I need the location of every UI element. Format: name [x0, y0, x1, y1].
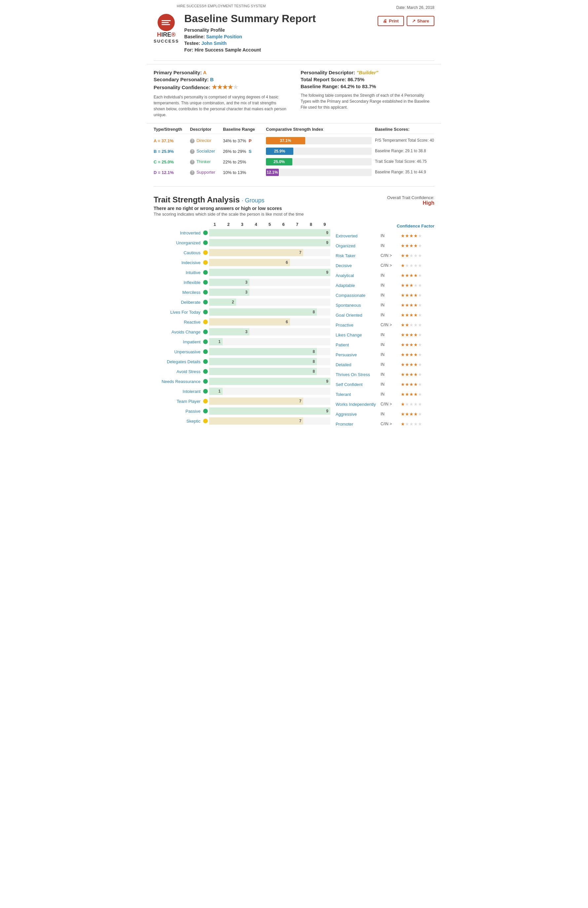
trait-dot-19: [203, 419, 208, 423]
trait-bar-area-8: 8: [209, 308, 330, 316]
trait-row-right-19: PromoterC/IN >★★★★★: [336, 419, 434, 428]
trait-bar-area-19: 7: [209, 417, 330, 425]
trait-bar-fill-8: 8: [209, 308, 317, 316]
trait-stars-5: ★★★★★: [401, 283, 422, 288]
trait-row-right-12: PersuasiveIN★★★★★: [336, 350, 434, 359]
share-icon: ↗: [412, 18, 416, 23]
trait-row-left-15: Needs Reassurance9: [154, 377, 330, 386]
baseline-range-line: Baseline Range: 64.2% to 83.7%: [301, 84, 434, 89]
trait-bar-area-15: 9: [209, 378, 330, 385]
groups-link[interactable]: · Groups: [242, 197, 264, 204]
trait-ci-15: IN: [380, 382, 399, 386]
trait-ci-17: C/IN >: [380, 402, 399, 406]
trait-rows-left: Introverted9Unorganized9Cautious7Indecis…: [154, 228, 330, 426]
scale-9: 9: [320, 222, 330, 227]
trait-row-left-0: Introverted9: [154, 228, 330, 237]
question-icon-a: ?: [190, 138, 195, 143]
trait-row-left-2: Cautious7: [154, 248, 330, 257]
trait-bar-fill-18: 9: [209, 407, 330, 415]
trait-ci-3: C/IN >: [380, 263, 399, 268]
type-a-bar: 37.1%: [266, 137, 372, 144]
for-line: For: Hire Success Sample Account: [184, 47, 316, 53]
testee-link[interactable]: John Smith: [201, 40, 227, 46]
personality-desc-text: Each individual's personality is compris…: [154, 94, 287, 118]
trait-right-name-2: Risk Taker: [336, 253, 379, 258]
trait-row-right-10: Likes ChangeIN★★★★★: [336, 330, 434, 340]
print-button[interactable]: 🖨 Print: [378, 16, 404, 26]
trait-stars-14: ★★★★★: [401, 372, 422, 377]
trait-bar-fill-10: 3: [209, 328, 250, 335]
trait-right-name-15: Self Confident: [336, 382, 379, 387]
trait-row-left-1: Unorganized9: [154, 238, 330, 247]
trait-ci-14: IN: [380, 372, 399, 377]
scale-4: 4: [251, 222, 261, 227]
trait-left-label-8: Lives For Today: [154, 310, 203, 315]
trait-row-left-3: Indecisive6: [154, 258, 330, 267]
trait-right-name-16: Tolerant: [336, 392, 379, 397]
trait-dot-8: [203, 310, 208, 314]
testee-line: Testee: John Smith: [184, 40, 316, 46]
trait-right-name-19: Promoter: [336, 422, 379, 427]
question-icon-b: ?: [190, 149, 195, 154]
trait-stars-2: ★★★★★: [401, 253, 422, 258]
trait-ci-8: IN: [380, 313, 399, 317]
scale-5: 5: [264, 222, 274, 227]
type-b-descriptor[interactable]: ? Socializer: [190, 148, 223, 154]
trait-row-right-6: CompassionateIN★★★★★: [336, 291, 434, 300]
trait-row-right-1: OrganizedIN★★★★★: [336, 241, 434, 250]
trait-ci-13: IN: [380, 362, 399, 367]
trait-right-name-12: Persuasive: [336, 352, 379, 357]
trait-dot-1: [203, 240, 208, 245]
system-title: HIRE SUCCESS® EMPLOYMENT TESTING SYSTEM: [177, 4, 266, 8]
trait-bar-area-12: 8: [209, 348, 330, 355]
trait-stars-7: ★★★★★: [401, 303, 422, 308]
trait-dot-5: [203, 280, 208, 285]
trait-ci-11: IN: [380, 342, 399, 347]
trait-row-left-18: Passive9: [154, 406, 330, 416]
type-c-bar-fill: 25.0%: [266, 158, 292, 166]
type-d-bar-fill: 12.1%: [266, 169, 279, 176]
type-d-descriptor[interactable]: ? Supporter: [190, 170, 223, 175]
trait-right-name-5: Adaptable: [336, 283, 379, 288]
trait-ci-10: IN: [380, 333, 399, 337]
trait-bar-fill-7: 2: [209, 298, 236, 306]
trait-stars-3: ★★★★★: [401, 263, 422, 268]
trait-ci-19: C/IN >: [380, 422, 399, 426]
thinker-link[interactable]: Thinker: [196, 159, 210, 164]
trait-ci-18: IN: [380, 412, 399, 416]
trait-row-left-12: Unpersuasive8: [154, 347, 330, 356]
share-button[interactable]: ↗ Share: [407, 16, 434, 26]
primary-personality: Primary Personality: A: [154, 70, 287, 75]
trait-stars-17: ★★★★★: [401, 401, 422, 407]
trait-dot-9: [203, 320, 208, 324]
trait-bar-fill-3: 6: [209, 259, 290, 266]
trait-dot-0: [203, 230, 208, 235]
conf-factor-header: Confidence Factor: [397, 224, 434, 229]
trait-bar-fill-6: 3: [209, 288, 250, 296]
trait-bar-area-9: 6: [209, 318, 330, 325]
trait-bar-area-6: 3: [209, 288, 330, 296]
trait-left-label-2: Cautious: [154, 250, 203, 255]
trait-row-left-19: Skeptic7: [154, 416, 330, 426]
director-link[interactable]: Director: [197, 138, 212, 143]
trait-dot-6: [203, 290, 208, 295]
trait-right-name-14: Thrives On Stress: [336, 372, 379, 377]
type-a-bar-fill: 37.1%: [266, 137, 305, 144]
type-c-label: C = 25.0%: [154, 159, 190, 164]
question-icon-d: ?: [190, 171, 195, 175]
trait-stars-11: ★★★★★: [401, 342, 422, 347]
type-c-descriptor[interactable]: ? Thinker: [190, 159, 223, 164]
trait-row-right-11: PatientIN★★★★★: [336, 340, 434, 349]
trait-right-name-0: Extroverted: [336, 233, 379, 238]
trait-ci-16: IN: [380, 392, 399, 396]
socializer-link[interactable]: Socializer: [197, 148, 215, 153]
baseline-link[interactable]: Sample Position: [206, 34, 242, 39]
type-a-descriptor[interactable]: ? Director: [190, 138, 223, 143]
trait-right-name-10: Likes Change: [336, 333, 379, 337]
trait-bar-fill-0: 9: [209, 229, 330, 237]
trait-bar-area-5: 3: [209, 279, 330, 286]
trait-row-left-11: Impatient1: [154, 337, 330, 346]
trait-ci-12: IN: [380, 352, 399, 357]
trait-left-label-4: Intuitive: [154, 270, 203, 275]
supporter-link[interactable]: Supporter: [197, 170, 215, 175]
